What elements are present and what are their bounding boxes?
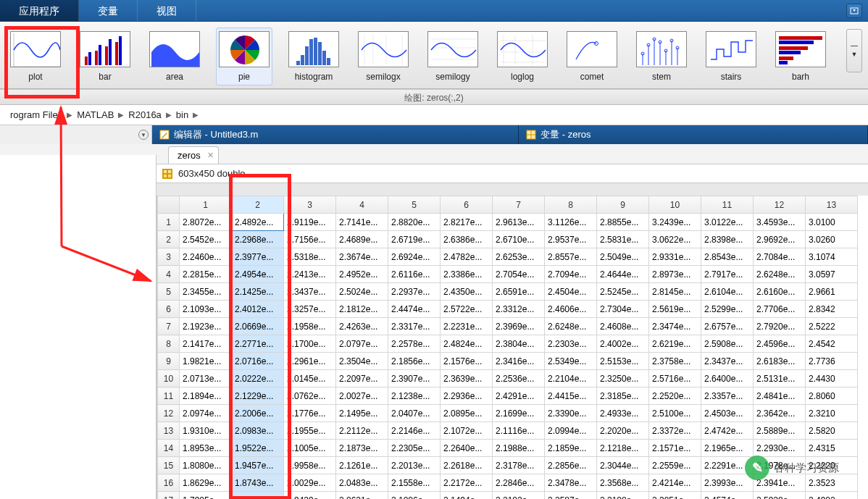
cell[interactable]: 2.4263e... <box>336 318 388 335</box>
cell[interactable]: 2.6386e... <box>441 231 493 248</box>
plot-item-pie[interactable]: pie <box>216 28 272 85</box>
cell[interactable]: 2.2930e... <box>754 440 806 457</box>
cell[interactable]: 2.5131e... <box>754 370 806 387</box>
cell[interactable]: 2.3523 <box>806 474 858 492</box>
plot-item-area[interactable]: area <box>146 28 203 85</box>
editor-panel-header[interactable]: 编辑器 - Untitled3.m <box>152 125 519 144</box>
cell[interactable]: 2.2172e... <box>441 474 493 492</box>
row-header[interactable]: 1 <box>158 214 180 231</box>
cell[interactable]: 1.9054e... <box>232 492 284 500</box>
cell[interactable]: 3.0597 <box>806 266 858 283</box>
cell[interactable]: 2.0983e... <box>232 422 284 440</box>
cell[interactable]: 2.3178e... <box>493 457 545 474</box>
cell[interactable]: 2.2640e... <box>441 440 493 457</box>
cell[interactable]: 2.4350e... <box>441 283 493 301</box>
cell[interactable]: 2.4608e... <box>597 318 649 335</box>
cell[interactable]: 2.3969e... <box>493 318 545 335</box>
cell[interactable]: 2.2771e... <box>232 335 284 353</box>
cell[interactable]: 2.1873e... <box>336 440 388 457</box>
row-header[interactable]: 14 <box>158 440 180 457</box>
cell[interactable]: 2.2303e... <box>545 335 597 353</box>
cell[interactable]: 2.2104e... <box>545 370 597 387</box>
path-seg-3[interactable]: bin <box>173 109 191 120</box>
cell[interactable]: 1.9429e... <box>284 492 336 500</box>
cell[interactable]: 2.5889e... <box>754 422 806 440</box>
cell[interactable]: 2.8543e... <box>701 248 754 266</box>
cell[interactable]: 2.3993e... <box>701 474 754 492</box>
cell[interactable]: 2.6248e... <box>754 266 806 283</box>
cell[interactable]: 2.6924e... <box>388 248 441 266</box>
plot-item-loglog[interactable]: loglog <box>494 28 551 85</box>
cell[interactable]: 2.3108e... <box>597 492 649 500</box>
cell[interactable]: 2.2536e... <box>493 370 545 387</box>
cell[interactable]: 3.0260 <box>806 231 858 248</box>
cell[interactable]: 2.4606e... <box>545 301 597 318</box>
cell[interactable]: 2.5245e... <box>597 283 649 301</box>
cell[interactable]: 2.2220 <box>806 457 858 474</box>
cell[interactable]: 2.4644e... <box>597 266 649 283</box>
ribbon-tab-vars[interactable]: 变量 <box>79 0 138 21</box>
cell[interactable]: 2.2618e... <box>441 457 493 474</box>
cell[interactable]: 2.2146e... <box>388 422 441 440</box>
cell[interactable]: 2.3941e... <box>754 474 806 492</box>
cell[interactable]: 3.1126e... <box>545 214 597 231</box>
cell[interactable]: 2.7084e... <box>754 248 806 266</box>
cell[interactable]: 2.8557e... <box>545 248 597 266</box>
cell[interactable]: 2.6104e... <box>701 283 754 301</box>
cell[interactable]: 2.2291e... <box>701 457 754 474</box>
cell[interactable]: 2.4954e... <box>232 266 284 283</box>
cell[interactable]: 3.1074 <box>806 248 858 266</box>
cell[interactable]: 2.1494e... <box>441 492 493 500</box>
cell[interactable]: 2.4952e... <box>336 266 388 283</box>
cell[interactable]: 2.3250e... <box>597 370 649 387</box>
plot-item-barh[interactable]: barh <box>772 28 829 85</box>
cell[interactable]: 2.2846e... <box>493 474 545 492</box>
left-panel-min[interactable]: ▼ <box>0 125 152 144</box>
cell[interactable]: 2.4782e... <box>441 248 493 266</box>
cell[interactable]: 2.2815e... <box>180 266 232 283</box>
row-header[interactable]: 7 <box>158 318 180 335</box>
column-header[interactable]: 3 <box>284 196 336 214</box>
cell[interactable]: 2.4503e... <box>701 405 754 422</box>
cell[interactable]: 2.8973e... <box>649 266 701 283</box>
cell[interactable]: 2.4415e... <box>545 387 597 405</box>
cell[interactable]: 2.6183e... <box>754 353 806 370</box>
cell[interactable]: 2.1923e... <box>180 318 232 335</box>
cell[interactable]: 2.4742e... <box>701 422 754 440</box>
row-header[interactable]: 6 <box>158 301 180 318</box>
row-header[interactable]: 17 <box>158 492 180 500</box>
path-seg-1[interactable]: MATLAB <box>74 109 117 120</box>
cell[interactable]: 2.3504e... <box>336 353 388 370</box>
cell[interactable]: 2.1894e... <box>180 387 232 405</box>
path-seg-2[interactable]: R2016a <box>125 109 164 120</box>
cell[interactable]: 2.6591e... <box>493 283 545 301</box>
cell[interactable]: 2.1812e... <box>336 301 388 318</box>
cell[interactable]: 2.5831e... <box>597 231 649 248</box>
column-header[interactable]: 7 <box>493 196 545 214</box>
cell[interactable]: 2.0027e... <box>336 387 388 405</box>
cell[interactable]: 2.6253e... <box>493 248 545 266</box>
cell[interactable]: 2.4841e... <box>754 387 806 405</box>
cell[interactable]: 2.7094e... <box>545 266 597 283</box>
cell[interactable]: 2.5100e... <box>649 405 701 422</box>
minimize-ribbon-button[interactable] <box>846 4 862 18</box>
cell[interactable]: 2.7054e... <box>493 266 545 283</box>
row-header[interactable]: 2 <box>158 231 180 248</box>
cell[interactable]: 2.2231e... <box>441 318 493 335</box>
cell[interactable]: 2.5153e... <box>597 353 649 370</box>
cell[interactable]: 2.0895e... <box>441 405 493 422</box>
cell[interactable]: 2.9661 <box>806 283 858 301</box>
cell[interactable]: 2.9119e... <box>284 214 336 231</box>
cell[interactable]: 2.7141e... <box>336 214 388 231</box>
cell[interactable]: 2.0145e... <box>284 370 336 387</box>
cell[interactable]: 2.5722e... <box>441 301 493 318</box>
cell[interactable]: 2.2937e... <box>388 283 441 301</box>
cell[interactable]: 2.5452e... <box>180 231 232 248</box>
cell[interactable]: 1.8629e... <box>180 474 232 492</box>
plot-item-stairs[interactable]: stairs <box>703 28 759 85</box>
cell[interactable]: 1.8953e... <box>180 440 232 457</box>
cell[interactable]: 2.4012e... <box>232 301 284 318</box>
cell[interactable]: 2.2020e... <box>597 422 649 440</box>
column-header[interactable]: 1 <box>180 196 232 214</box>
cell[interactable]: 2.8145e... <box>649 283 701 301</box>
